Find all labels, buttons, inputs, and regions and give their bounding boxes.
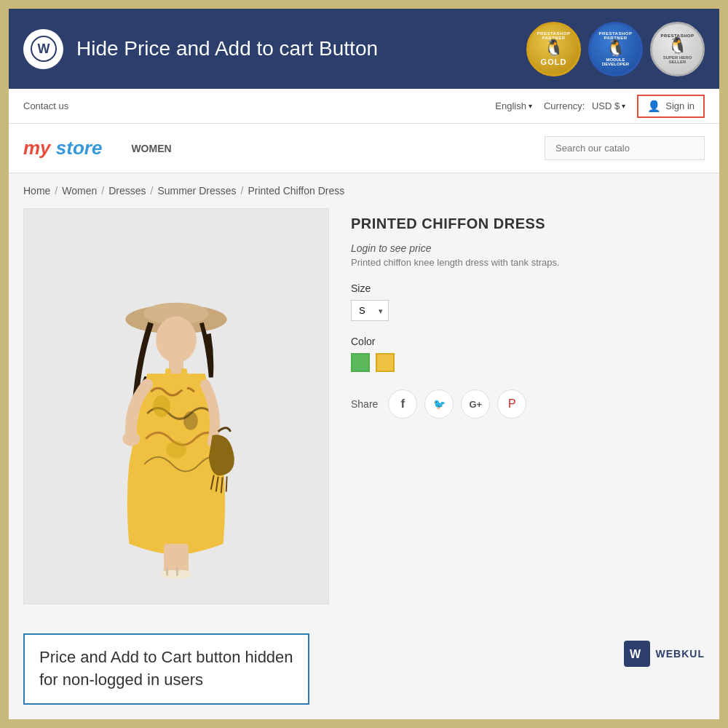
pinterest-share-button[interactable]: P [497, 389, 526, 419]
product-title: PRINTED CHIFFON DRESS [351, 215, 683, 232]
svg-point-5 [156, 317, 197, 363]
size-label: Size [351, 282, 683, 294]
facebook-icon: f [401, 397, 405, 411]
svg-line-16 [226, 477, 227, 492]
svg-rect-10 [165, 368, 171, 390]
googleplus-share-button[interactable]: G+ [461, 389, 490, 419]
product-details: PRINTED CHIFFON DRESS Login to see price… [329, 208, 705, 604]
webkul-brand: WEBKUL [656, 648, 705, 660]
store-logo: my store [23, 137, 102, 159]
svg-point-12 [122, 432, 140, 446]
nav-bar: my store WOMEN [9, 124, 719, 173]
breadcrumb-dresses[interactable]: Dresses [108, 185, 146, 197]
badge-gold: PRESTASHOPPARTNER 🐧 GOLD [526, 22, 581, 76]
login-prompt: Login to see price [351, 242, 683, 254]
color-label: Color [351, 336, 683, 347]
language-selector[interactable]: English ▾ [495, 100, 532, 111]
product-area: PRINTED CHIFFON DRESS Login to see price… [9, 208, 719, 619]
share-section: Share f 🐦 G+ P [351, 389, 683, 419]
svg-text:W: W [37, 41, 50, 56]
header-banner: W Hide Price and Add to cart Button PRES… [9, 9, 719, 89]
svg-point-8 [183, 411, 198, 430]
size-select[interactable]: S M L XL [351, 300, 389, 321]
product-image-container [23, 208, 329, 604]
nav-women[interactable]: WOMEN [131, 143, 171, 154]
svg-rect-22 [176, 567, 178, 576]
main-content: Home / Women / Dresses / Summer Dresses … [9, 173, 719, 719]
search-bar [545, 136, 705, 160]
size-option: Size S M L XL [351, 282, 683, 321]
lang-dropdown-arrow: ▾ [529, 102, 532, 110]
color-swatch-yellow[interactable] [376, 353, 395, 372]
twitter-share-button[interactable]: 🐦 [424, 389, 454, 419]
googleplus-icon: G+ [470, 399, 483, 410]
webkul-logo: W WEBKUL [624, 641, 705, 667]
svg-point-9 [166, 441, 186, 459]
breadcrumb-women[interactable]: Women [62, 185, 97, 197]
header-title: Hide Price and Add to cart Button [76, 37, 526, 60]
color-option: Color [351, 336, 683, 372]
svg-rect-11 [181, 368, 187, 390]
contact-us-link[interactable]: Contact us [23, 100, 68, 111]
person-icon: 👤 [647, 100, 661, 113]
svg-text:W: W [630, 648, 641, 660]
breadcrumb-home[interactable]: Home [23, 185, 50, 197]
facebook-share-button[interactable]: f [388, 389, 417, 419]
breadcrumb-summer-dresses[interactable]: Summer Dresses [157, 185, 236, 197]
color-swatch-green[interactable] [351, 353, 370, 372]
notice-text: Price and Add to Cart button hidden for … [39, 648, 293, 689]
svg-point-20 [171, 570, 191, 579]
currency-selector[interactable]: Currency: USD $ ▾ [544, 100, 625, 111]
svg-rect-21 [166, 567, 168, 576]
breadcrumb-current: Printed Chiffon Dress [248, 185, 344, 197]
badge-partner: PRESTASHOPPARTNER 🐧 MODULEDEVELOPER [588, 22, 643, 76]
header-logo: W [23, 29, 63, 69]
twitter-icon: 🐦 [433, 398, 446, 410]
product-image [24, 232, 328, 581]
badge-super: PRESTASHOP 🐧 SUPER HEROSELLER [650, 22, 705, 76]
webkul-icon: W [624, 641, 650, 667]
search-input[interactable] [545, 136, 705, 160]
notice-box: Price and Add to Cart button hidden for … [23, 633, 309, 705]
top-bar: Contact us English ▾ Currency: USD $ ▾ 👤… [9, 89, 719, 124]
pinterest-icon: P [508, 397, 516, 411]
badge-area: PRESTASHOPPARTNER 🐧 GOLD PRESTASHOPPARTN… [526, 22, 705, 76]
sign-in-button[interactable]: 👤 Sign in [637, 95, 705, 118]
product-description: Printed chiffon knee length dress with t… [351, 257, 683, 268]
top-bar-right: English ▾ Currency: USD $ ▾ 👤 Sign in [495, 95, 705, 118]
share-label: Share [351, 398, 378, 410]
size-select-container: S M L XL [351, 300, 389, 321]
main-navigation: WOMEN [131, 143, 545, 154]
currency-dropdown-arrow: ▾ [622, 102, 625, 110]
bottom-notice: Price and Add to Cart button hidden for … [9, 619, 719, 719]
svg-point-7 [153, 395, 170, 417]
breadcrumb: Home / Women / Dresses / Summer Dresses … [9, 173, 719, 208]
color-swatches [351, 353, 683, 372]
